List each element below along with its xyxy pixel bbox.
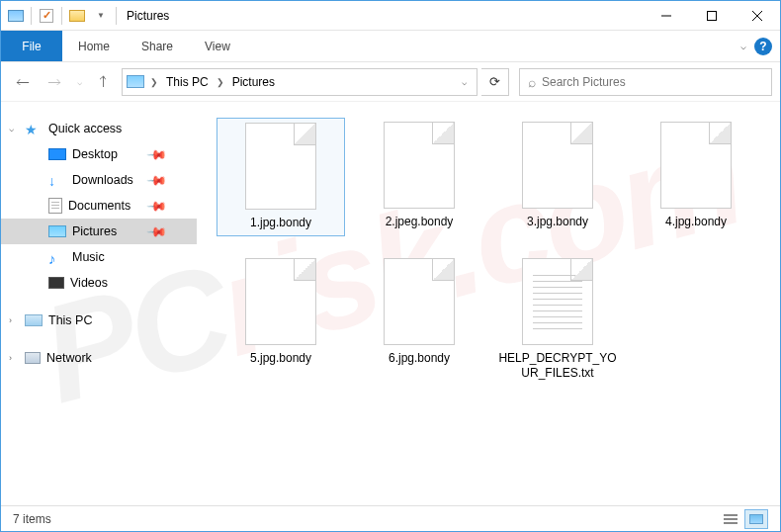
titlebar: ✓ ▼ Pictures xyxy=(1,1,780,31)
breadcrumb-this-pc[interactable]: This PC xyxy=(164,75,211,89)
up-button[interactable]: 🡑 xyxy=(90,68,118,96)
tab-share[interactable]: Share xyxy=(126,31,189,61)
search-box[interactable]: ⌕ xyxy=(519,68,772,96)
file-label: 2.jpeg.bondy xyxy=(386,215,454,230)
file-item[interactable]: 1.jpg.bondy xyxy=(217,118,345,236)
file-label: 1.jpg.bondy xyxy=(250,216,311,231)
file-label: 6.jpg.bondy xyxy=(389,351,450,367)
pictures-icon xyxy=(48,225,66,237)
sidebar-network[interactable]: › Network xyxy=(1,345,197,371)
music-icon: ♪ xyxy=(48,250,66,264)
page-fold-icon xyxy=(432,123,454,144)
qat-separator xyxy=(61,7,62,25)
unknown-file-icon xyxy=(245,123,316,210)
pin-icon: 📌 xyxy=(146,143,168,165)
breadcrumb-separator[interactable]: ❯ xyxy=(215,77,226,87)
breadcrumb-pictures[interactable]: Pictures xyxy=(230,75,277,89)
maximize-button[interactable] xyxy=(689,1,735,31)
window-title: Pictures xyxy=(127,9,169,23)
file-pane[interactable]: 1.jpg.bondy2.jpeg.bondy3.jpg.bondy4.jpg.… xyxy=(197,102,780,505)
navigation-bar: 🡐 🡒 ⌵ 🡑 ❯ This PC ❯ Pictures ⌵ ⟳ ⌕ xyxy=(1,62,780,102)
sidebar-item-downloads[interactable]: ↓ Downloads 📌 xyxy=(1,167,197,193)
sidebar-item-label: Desktop xyxy=(72,147,118,161)
unknown-file-icon xyxy=(522,122,593,209)
text-file-icon xyxy=(522,258,593,345)
file-item[interactable]: 3.jpg.bondy xyxy=(493,118,622,236)
tab-home[interactable]: Home xyxy=(62,31,126,61)
videos-icon xyxy=(48,277,64,289)
chevron-down-icon[interactable]: ⌵ xyxy=(9,124,14,133)
file-item[interactable]: HELP_DECRYPT_YOUR_FILES.txt xyxy=(493,254,622,386)
sidebar-quick-access[interactable]: ⌵ ★ Quick access xyxy=(1,116,197,141)
thumb-icon xyxy=(749,514,763,524)
unknown-file-icon xyxy=(384,258,455,345)
sidebar-label: Network xyxy=(46,351,92,365)
documents-icon xyxy=(48,198,62,214)
forward-button[interactable]: 🡒 xyxy=(41,68,68,96)
address-bar[interactable]: ❯ This PC ❯ Pictures ⌵ xyxy=(122,68,477,96)
sidebar-item-documents[interactable]: Documents 📌 xyxy=(1,193,197,219)
pc-icon xyxy=(25,314,43,326)
file-item[interactable]: 6.jpg.bondy xyxy=(355,254,483,386)
help-icon[interactable]: ? xyxy=(754,38,772,55)
quick-access-toolbar: ✓ ▼ xyxy=(1,5,123,27)
sidebar-label: Quick access xyxy=(48,122,122,135)
sidebar-item-music[interactable]: ♪ Music xyxy=(1,244,197,270)
sidebar-label: This PC xyxy=(48,313,92,327)
file-label: 5.jpg.bondy xyxy=(250,351,311,367)
svg-rect-1 xyxy=(708,11,717,20)
sidebar-item-videos[interactable]: Videos xyxy=(1,270,197,296)
qat-separator xyxy=(31,7,32,25)
page-fold-icon xyxy=(294,124,315,145)
page-fold-icon xyxy=(570,259,592,281)
address-folder-icon xyxy=(127,75,144,88)
unknown-file-icon xyxy=(245,258,316,345)
network-icon xyxy=(25,352,41,364)
chevron-right-icon[interactable]: › xyxy=(9,315,12,325)
qat-dropdown[interactable]: ▼ xyxy=(90,5,112,27)
status-bar: 7 items xyxy=(1,505,780,531)
desktop-icon xyxy=(48,148,66,160)
tab-view[interactable]: View xyxy=(189,31,246,61)
minimize-button[interactable] xyxy=(644,1,689,31)
details-view-button[interactable] xyxy=(719,509,742,529)
unknown-file-icon xyxy=(384,122,455,209)
back-button[interactable]: 🡐 xyxy=(9,68,37,96)
sidebar-item-desktop[interactable]: Desktop 📌 xyxy=(1,141,197,167)
qat-new-folder[interactable] xyxy=(66,5,88,27)
refresh-button[interactable]: ⟳ xyxy=(481,68,509,96)
file-tab[interactable]: File xyxy=(1,31,62,61)
pin-icon: 📌 xyxy=(146,195,168,217)
qat-properties[interactable]: ✓ xyxy=(36,5,57,27)
address-dropdown-icon[interactable]: ⌵ xyxy=(456,77,473,87)
icons-view-button[interactable] xyxy=(744,509,768,529)
file-label: HELP_DECRYPT_YOUR_FILES.txt xyxy=(497,351,618,382)
file-item[interactable]: 4.jpg.bondy xyxy=(632,118,760,236)
item-count: 7 items xyxy=(13,512,51,526)
page-fold-icon xyxy=(570,123,592,144)
downloads-icon: ↓ xyxy=(48,173,66,187)
star-icon: ★ xyxy=(25,122,43,135)
page-fold-icon xyxy=(709,123,731,144)
sidebar-item-label: Documents xyxy=(68,199,130,213)
page-fold-icon xyxy=(432,259,454,281)
expand-ribbon-icon[interactable]: ⌵ xyxy=(740,41,746,51)
search-icon: ⌕ xyxy=(528,74,536,90)
file-item[interactable]: 2.jpeg.bondy xyxy=(355,118,483,236)
list-icon xyxy=(724,518,738,520)
sidebar-item-pictures[interactable]: Pictures 📌 xyxy=(1,219,197,244)
file-item[interactable]: 5.jpg.bondy xyxy=(217,254,345,386)
recent-dropdown[interactable]: ⌵ xyxy=(72,68,86,96)
page-fold-icon xyxy=(294,259,315,281)
close-button[interactable] xyxy=(735,1,780,31)
chevron-right-icon[interactable]: › xyxy=(9,353,12,363)
file-label: 4.jpg.bondy xyxy=(665,215,727,230)
file-label: 3.jpg.bondy xyxy=(527,215,588,230)
ribbon-tabs: File Home Share View ⌵ ? xyxy=(1,31,780,62)
breadcrumb-separator[interactable]: ❯ xyxy=(148,77,160,87)
sidebar-this-pc[interactable]: › This PC xyxy=(1,308,197,333)
pin-icon: 📌 xyxy=(146,221,168,242)
nav-pane: ⌵ ★ Quick access Desktop 📌 ↓ Downloads 📌… xyxy=(1,102,197,505)
qat-app-icon[interactable] xyxy=(5,5,27,27)
search-input[interactable] xyxy=(542,75,763,89)
